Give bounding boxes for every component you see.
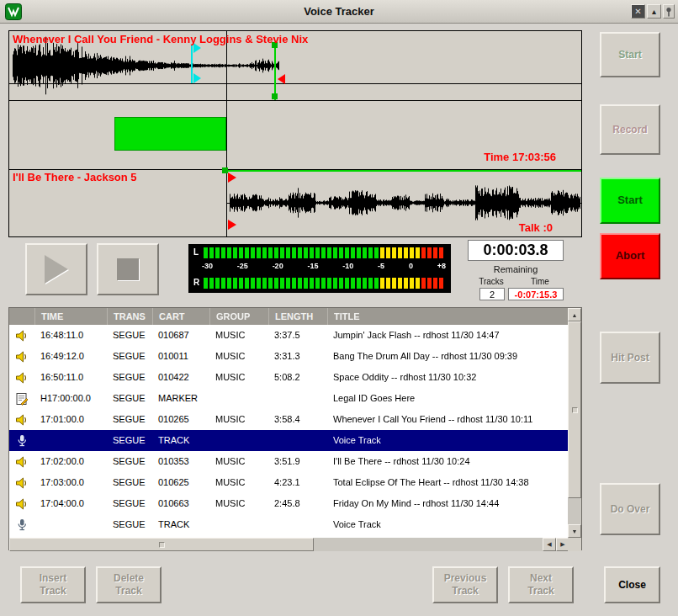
- talk-marker-handle[interactable]: [228, 173, 236, 183]
- vertical-scroll-thumb[interactable]: [568, 321, 581, 498]
- start-marker-handle[interactable]: [222, 167, 228, 173]
- previous-track-button[interactable]: Previous Track: [432, 566, 498, 603]
- end-marker-line[interactable]: [274, 43, 276, 100]
- close-button[interactable]: Close: [604, 566, 660, 603]
- meter-segment: [339, 247, 343, 258]
- meter-segment: [363, 247, 367, 258]
- table-row[interactable]: 17:03:00.0SEGUE010625MUSIC4:23.1Total Ec…: [9, 472, 569, 493]
- meter-segment: [357, 247, 361, 258]
- stop-button[interactable]: [97, 243, 159, 295]
- meter-segment: [404, 247, 408, 258]
- thumb-grip: [159, 542, 165, 548]
- remaining-tracks-label: Tracks: [469, 277, 513, 286]
- column-header[interactable]: LENGTH: [268, 308, 327, 325]
- window-title: Voice Tracker: [0, 0, 678, 24]
- cell-trans: SEGUE: [107, 472, 152, 493]
- close-icon[interactable]: ✕: [631, 4, 645, 19]
- meter-segment: [404, 278, 408, 289]
- meter-segment: [251, 247, 255, 258]
- cell-cart: TRACK: [152, 430, 209, 451]
- meter-segment: [392, 278, 396, 289]
- table-row[interactable]: 17:04:00.0SEGUE010663MUSIC2:45.8Friday O…: [9, 493, 569, 514]
- talk-marker-handle[interactable]: [228, 220, 236, 230]
- meter-segment: [351, 247, 355, 258]
- voicetrack-region[interactable]: [114, 117, 226, 151]
- table-row[interactable]: 16:50:11.0SEGUE010422MUSIC5:08.2Space Od…: [9, 367, 569, 388]
- table-row[interactable]: 17:02:00.0SEGUE010353MUSIC3:51.9I'll Be …: [9, 451, 569, 472]
- segue-marker-handle[interactable]: [278, 74, 285, 84]
- playhead-cursor[interactable]: [226, 31, 227, 237]
- vertical-scrollbar[interactable]: ▲ ▼: [568, 308, 581, 538]
- column-header[interactable]: TIME: [34, 308, 107, 325]
- end-marker-handle[interactable]: [272, 93, 278, 99]
- meter-segment: [398, 247, 402, 258]
- meter-segment: [439, 247, 443, 258]
- fade-marker-handle[interactable]: [193, 73, 201, 83]
- meter-segment: [421, 278, 426, 289]
- meter-segment: [433, 247, 437, 258]
- meter-bar-right: [204, 278, 446, 289]
- speaker-icon: [9, 346, 34, 367]
- meter-segment: [221, 278, 225, 289]
- meter-segment: [286, 247, 290, 258]
- column-header[interactable]: GROUP: [209, 308, 268, 325]
- start-button-track2[interactable]: Start: [600, 178, 660, 224]
- scroll-left-icon[interactable]: ◀: [543, 538, 556, 551]
- cell-group: MUSIC: [209, 367, 268, 388]
- next-track-button[interactable]: Next Track: [508, 566, 574, 603]
- scroll-up-icon[interactable]: ▲: [568, 308, 581, 321]
- meter-scale-label: -10: [342, 262, 353, 270]
- meter-segment: [315, 278, 320, 289]
- level-meter: L -30-25-20-15-10-50+8 R: [188, 244, 451, 293]
- meter-segment: [280, 278, 284, 289]
- fade-marker-line[interactable]: [191, 45, 193, 83]
- hit-post-button[interactable]: Hit Post: [600, 332, 660, 384]
- cell-cart: 010625: [152, 472, 209, 493]
- delete-track-button[interactable]: Delete Track: [96, 566, 162, 603]
- meter-segment: [262, 247, 267, 258]
- meter-segment: [245, 247, 249, 258]
- cell-title: Voice Track: [327, 514, 569, 535]
- speaker-icon: [9, 472, 34, 493]
- meter-left-label: L: [193, 247, 199, 257]
- start-button-track1[interactable]: Start: [600, 32, 660, 77]
- scrollbar-corner: [568, 538, 581, 551]
- cell-length: [268, 514, 327, 535]
- table-row[interactable]: 17:01:00.0SEGUE010265MUSIC3:58.4Whenever…: [9, 409, 569, 430]
- meter-segment: [310, 247, 314, 258]
- abort-button[interactable]: Abort: [600, 233, 660, 279]
- table-row[interactable]: SEGUETRACKVoice Track: [9, 430, 569, 451]
- column-header[interactable]: TITLE: [327, 308, 569, 325]
- table-row[interactable]: 16:49:12.0SEGUE010011MUSIC3:31.3Bang The…: [9, 346, 569, 367]
- table-row[interactable]: H17:00:00.0SEGUEMARKERLegal ID Goes Here: [9, 388, 569, 409]
- meter-segment: [280, 247, 284, 258]
- table-row[interactable]: 16:48:11.0SEGUE010687MUSIC3:37.5Jumpin' …: [9, 325, 569, 346]
- cell-cart: MARKER: [152, 388, 209, 409]
- pin-icon[interactable]: [663, 4, 675, 19]
- meter-segment: [398, 278, 402, 289]
- cell-time: [34, 514, 107, 535]
- meter-segment: [374, 278, 379, 289]
- log-table: TIMETRANSCARTGROUPLENGTHTITLE 16:48:11.0…: [8, 307, 582, 550]
- cell-length: [268, 430, 327, 451]
- meter-segment: [215, 278, 220, 289]
- do-over-button[interactable]: Do Over: [600, 483, 660, 535]
- titlebar[interactable]: Voice Tracker ✕ ▴: [0, 0, 678, 24]
- cell-group: MUSIC: [209, 346, 268, 367]
- scroll-down-icon[interactable]: ▼: [568, 524, 581, 538]
- horizontal-scrollbar[interactable]: ◀ ▶: [9, 538, 569, 551]
- column-header[interactable]: [9, 308, 34, 325]
- cell-time: 17:01:00.0: [34, 409, 107, 430]
- column-header[interactable]: CART: [152, 308, 209, 325]
- table-row[interactable]: SEGUETRACKVoice Track: [9, 514, 569, 535]
- cell-group: MUSIC: [209, 472, 268, 493]
- start-marker-line[interactable]: [226, 170, 582, 172]
- shade-icon[interactable]: ▴: [647, 4, 661, 19]
- column-header[interactable]: TRANS: [107, 308, 152, 325]
- record-button[interactable]: Record: [600, 104, 660, 155]
- horizontal-scroll-thumb[interactable]: [9, 538, 314, 551]
- play-button[interactable]: [25, 243, 87, 295]
- waveform-canvas: [9, 31, 581, 236]
- cell-length: 3:37.5: [268, 325, 327, 346]
- insert-track-button[interactable]: Insert Track: [20, 566, 86, 603]
